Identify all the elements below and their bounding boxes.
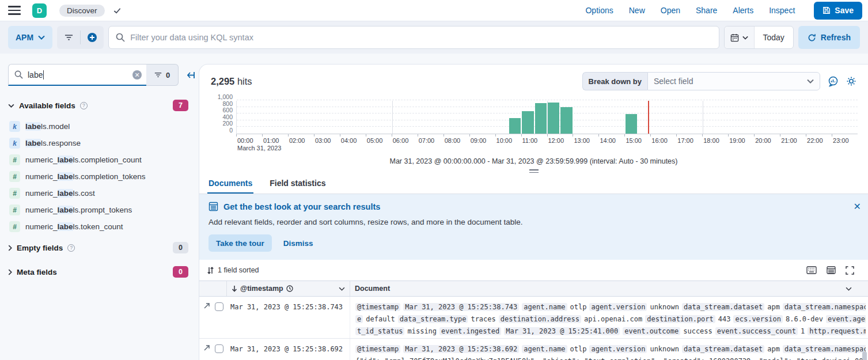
take-tour-button[interactable]: Take the tour	[209, 234, 272, 252]
row-checkbox[interactable]	[215, 344, 223, 353]
display-options-icon[interactable]	[827, 266, 836, 275]
nav-link-open[interactable]: Open	[661, 6, 680, 15]
sort-fields-icon[interactable]	[207, 267, 214, 274]
field-type-icon: #	[9, 204, 20, 215]
gear-icon[interactable]	[846, 76, 856, 86]
expand-document-icon[interactable]	[203, 302, 210, 309]
y-axis-tick-label: 200	[222, 120, 233, 127]
add-filter-button[interactable]	[81, 26, 104, 49]
empty-fields-header[interactable]: Empty fields ? 0	[8, 236, 195, 259]
x-axis-tick-label: 22:00	[807, 137, 823, 144]
tab-field-statistics[interactable]: Field statistics	[268, 175, 327, 194]
save-button[interactable]: Save	[814, 2, 862, 20]
hits-count: 2,295 hits	[211, 76, 252, 87]
chart-plot-area[interactable]	[236, 101, 858, 134]
field-filter-count-button[interactable]: 0	[146, 64, 179, 86]
date-quick-select[interactable]	[725, 26, 755, 48]
x-axis-tick	[573, 134, 573, 137]
dismiss-link[interactable]: Dismiss	[283, 239, 313, 248]
sort-desc-icon	[232, 285, 237, 292]
field-chip: event.outcome	[623, 327, 680, 335]
nav-link-share[interactable]: Share	[696, 6, 717, 15]
x-axis-tick	[650, 134, 651, 137]
x-axis-tick-label: 07:00	[419, 137, 435, 144]
keyboard-shortcuts-icon[interactable]	[806, 266, 817, 275]
data-view-picker[interactable]: APM	[8, 26, 52, 49]
document-column-header[interactable]: Document	[350, 281, 868, 296]
field-value: 1	[801, 327, 805, 335]
histogram-bar[interactable]	[522, 111, 533, 134]
field-type-icon: #	[9, 154, 20, 165]
field-item[interactable]: #numeric_labels.completion_count	[8, 151, 195, 168]
nav-link-inspect[interactable]: Inspect	[769, 6, 795, 15]
field-item[interactable]: #numeric_labels.token_count	[8, 218, 195, 235]
field-value: otlp	[570, 345, 587, 353]
x-axis-tick	[598, 134, 599, 137]
refresh-button[interactable]: Refresh	[798, 26, 860, 49]
histogram-bar[interactable]	[509, 118, 521, 134]
saved-query-menu-button[interactable]	[57, 26, 80, 49]
date-range-label[interactable]: Today	[755, 33, 793, 42]
field-item[interactable]: #numeric_labels.completion_tokens	[8, 168, 195, 185]
x-axis-tick	[392, 134, 392, 137]
header-nav: OptionsNewOpenShareAlertsInspect Save	[585, 2, 862, 20]
field-item[interactable]: klabels.response	[8, 135, 195, 151]
chevron-down-icon[interactable]	[339, 287, 345, 291]
space-avatar[interactable]: D	[32, 3, 47, 18]
x-axis-tick	[366, 134, 366, 137]
panel-resize-handle[interactable]	[529, 169, 539, 173]
menu-hamburger-icon[interactable]	[8, 6, 21, 15]
field-name: numeric_labels.prompt_tokens	[25, 206, 132, 214]
fields-sorted-label[interactable]: 1 field sorted	[218, 266, 259, 274]
main-panel: 2,295 hits Break down by Select field	[199, 64, 868, 360]
field-chip: data_stream.namespace	[783, 345, 866, 353]
scrollbar-thumb[interactable]	[862, 351, 867, 360]
kql-search-bar[interactable]	[108, 26, 719, 49]
collapse-sidebar-icon[interactable]	[185, 71, 195, 79]
nav-link-new[interactable]: New	[629, 6, 645, 15]
expand-document-icon[interactable]	[203, 344, 210, 351]
row-controls	[199, 297, 227, 338]
table-scrollbar[interactable]	[862, 351, 867, 359]
kql-search-input[interactable]	[130, 33, 711, 42]
x-axis-tick	[728, 134, 729, 137]
x-axis-tick-label: 00:00	[237, 137, 253, 144]
field-item[interactable]: #numeric_labels.prompt_tokens	[8, 202, 195, 218]
histogram-bar[interactable]	[626, 114, 637, 134]
x-axis-tick	[676, 134, 677, 137]
x-axis-tick	[495, 134, 496, 137]
plus-circle-icon	[87, 32, 97, 43]
field-list: klabels.modelklabels.response#numeric_la…	[8, 118, 195, 235]
histogram-bar[interactable]	[560, 107, 572, 134]
clear-search-icon[interactable]: ✕	[132, 70, 142, 79]
y-axis-tick-label: 400	[222, 113, 233, 120]
histogram-bar[interactable]	[548, 103, 559, 134]
timestamp-column-header[interactable]: @timestamp	[227, 281, 350, 296]
fullscreen-icon[interactable]	[846, 266, 854, 275]
nav-link-options[interactable]: Options	[585, 6, 613, 15]
chevron-down-icon[interactable]	[846, 287, 852, 291]
field-item[interactable]: #numeric_labels.cost	[8, 185, 195, 202]
tab-documents[interactable]: Documents	[207, 175, 253, 194]
breadcrumb[interactable]: Discover	[59, 5, 105, 17]
field-name: numeric_labels.cost	[25, 189, 95, 198]
field-name-suffix: ls.completion_count	[73, 156, 142, 164]
date-picker[interactable]: Today	[724, 26, 794, 49]
available-fields-header[interactable]: Available fields ? 7	[8, 100, 195, 111]
x-axis-tick	[624, 134, 625, 137]
x-axis-tick	[754, 134, 755, 137]
nav-link-alerts[interactable]: Alerts	[733, 6, 753, 15]
row-checkbox[interactable]	[215, 302, 223, 311]
meta-fields-header[interactable]: Meta fields 0	[8, 260, 195, 283]
x-axis-tick-label: 20:00	[755, 137, 771, 144]
histogram-bar[interactable]	[535, 103, 547, 134]
chart-tips-icon[interactable]	[828, 76, 839, 87]
y-axis-tick-label: 800	[222, 100, 233, 107]
field-item[interactable]: klabels.model	[8, 118, 195, 135]
breakdown-control: Break down by Select field	[582, 72, 820, 90]
close-icon[interactable]: ✕	[854, 201, 861, 212]
breakdown-select[interactable]: Select field	[647, 72, 820, 90]
discover-app: D Discover OptionsNewOpenShareAlertsInsp…	[0, 0, 868, 360]
field-search-input[interactable]: labe ✕	[8, 64, 146, 86]
meta-fields-count-badge: 0	[173, 266, 188, 278]
